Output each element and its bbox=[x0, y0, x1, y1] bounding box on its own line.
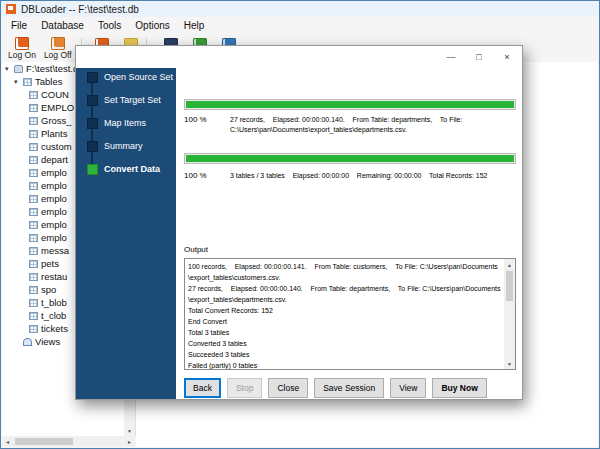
table-progress-detail: 27 records, Elapsed: 00:00:00.140. From … bbox=[230, 115, 512, 135]
step-label: Map Items bbox=[104, 118, 146, 128]
table-name: messa bbox=[41, 245, 69, 256]
table-icon bbox=[29, 143, 38, 151]
table-name: custom bbox=[41, 141, 72, 152]
scroll-down-icon[interactable]: ▼ bbox=[504, 358, 515, 369]
table-name: EMPLO bbox=[41, 102, 74, 113]
database-icon bbox=[14, 65, 23, 73]
log-on-icon bbox=[15, 37, 29, 50]
output-line: 100 records, Elapsed: 00:00:00.141. From… bbox=[188, 261, 501, 283]
step-marker-icon-current bbox=[87, 164, 98, 175]
menu-bar: File Database Tools Options Help bbox=[1, 17, 599, 34]
step-label: Summary bbox=[104, 141, 143, 151]
table-name: pets bbox=[41, 258, 59, 269]
expander-icon[interactable]: ▾ bbox=[5, 64, 14, 73]
log-on-button[interactable]: Log On bbox=[4, 36, 40, 61]
total-progress-info: 100 % 3 tables / 3 tables Elapsed: 00:00… bbox=[184, 171, 518, 181]
table-name: Plants bbox=[41, 128, 67, 139]
table-icon bbox=[29, 273, 38, 281]
table-icon bbox=[29, 312, 38, 320]
close-button[interactable]: Close bbox=[268, 378, 308, 398]
total-progress-detail: 3 tables / 3 tables Elapsed: 00:00:00 Re… bbox=[230, 171, 512, 181]
wizard-steps-panel: Open Source Set Set Target Set Map Items… bbox=[76, 68, 176, 399]
table-name: t_clob bbox=[41, 310, 66, 321]
total-progress-bar bbox=[184, 153, 516, 164]
table-name: COUN bbox=[41, 89, 69, 100]
log-on-label: Log On bbox=[8, 50, 36, 60]
table-name: spo bbox=[41, 284, 56, 295]
back-button[interactable]: Back bbox=[184, 378, 221, 398]
table-name: emplo bbox=[41, 180, 67, 191]
table-progress-info: 100 % 27 records, Elapsed: 00:00:00.140.… bbox=[184, 115, 518, 135]
output-log-box[interactable]: 100 records, Elapsed: 00:00:00.141. From… bbox=[184, 258, 516, 370]
table-progress-bar bbox=[184, 99, 516, 110]
table-icon bbox=[29, 234, 38, 242]
menu-options[interactable]: Options bbox=[128, 18, 176, 33]
scroll-right-icon[interactable]: ► bbox=[124, 436, 135, 447]
expander-icon[interactable]: ▾ bbox=[14, 77, 23, 86]
table-name: emplo bbox=[41, 167, 67, 178]
dialog-minimize-button[interactable]: — bbox=[437, 47, 465, 66]
table-icon bbox=[29, 208, 38, 216]
step-marker-icon bbox=[87, 141, 98, 152]
tables-folder-icon bbox=[23, 78, 32, 86]
table-name: emplo bbox=[41, 219, 67, 230]
table-icon bbox=[29, 286, 38, 294]
table-icon bbox=[29, 247, 38, 255]
menu-file[interactable]: File bbox=[4, 18, 34, 33]
stop-button[interactable]: Stop bbox=[227, 378, 263, 398]
total-progress-percent: 100 % bbox=[184, 171, 230, 181]
buy-now-button[interactable]: Buy Now bbox=[432, 378, 486, 398]
table-name: t_blob bbox=[41, 297, 67, 308]
log-off-button[interactable]: Log Off bbox=[40, 36, 76, 61]
table-name: emplo bbox=[41, 193, 67, 204]
save-session-button[interactable]: Save Session bbox=[314, 378, 384, 398]
menu-tools[interactable]: Tools bbox=[91, 18, 128, 33]
output-line: Failed (partly) 0 tables bbox=[188, 360, 501, 370]
wizard-step-summary: Summary bbox=[76, 139, 143, 153]
view-button[interactable]: View bbox=[390, 378, 426, 398]
menu-database[interactable]: Database bbox=[34, 18, 91, 33]
table-name: depart bbox=[41, 154, 68, 165]
table-name: Gross_ bbox=[41, 115, 72, 126]
scrollbar-thumb[interactable] bbox=[15, 438, 73, 445]
step-label: Set Target Set bbox=[104, 95, 161, 105]
dialog-close-button[interactable]: × bbox=[493, 47, 521, 66]
table-name: emplo bbox=[41, 206, 67, 217]
step-label: Open Source Set bbox=[104, 72, 173, 82]
views-icon bbox=[23, 338, 32, 346]
log-off-label: Log Off bbox=[44, 50, 72, 60]
log-off-icon bbox=[51, 37, 65, 50]
views-node-label: Views bbox=[35, 336, 60, 347]
table-icon bbox=[29, 169, 38, 177]
step-marker-icon bbox=[87, 95, 98, 106]
table-icon bbox=[29, 195, 38, 203]
wizard-step-open-source-set: Open Source Set bbox=[76, 70, 173, 84]
table-icon bbox=[29, 91, 38, 99]
table-icon bbox=[29, 104, 38, 112]
title-bar[interactable]: DBLoader -- F:\test\test.db bbox=[1, 1, 599, 17]
step-marker-icon bbox=[87, 72, 98, 83]
table-icon bbox=[29, 130, 38, 138]
scroll-up-icon[interactable]: ▲ bbox=[504, 259, 515, 270]
convert-data-dialog: — □ × Open Source Set Set Target Set Map… bbox=[75, 45, 523, 400]
table-progress-fill bbox=[186, 101, 514, 108]
output-label: Output bbox=[184, 245, 208, 254]
total-progress-fill bbox=[186, 155, 514, 162]
dialog-title-bar[interactable]: — □ × bbox=[76, 46, 522, 68]
menu-help[interactable]: Help bbox=[177, 18, 212, 33]
scroll-left-icon[interactable]: ◄ bbox=[2, 436, 13, 447]
table-icon bbox=[29, 117, 38, 125]
tables-node-label: Tables bbox=[35, 76, 62, 87]
dialog-maximize-button[interactable]: □ bbox=[465, 47, 493, 66]
wizard-step-map-items: Map Items bbox=[76, 116, 146, 130]
scrollbar-thumb[interactable] bbox=[506, 271, 513, 301]
wizard-step-convert-data: Convert Data bbox=[76, 162, 160, 176]
tree-horizontal-scrollbar[interactable]: ◄ ► bbox=[2, 436, 135, 447]
table-icon bbox=[29, 182, 38, 190]
output-line: Converted 3 tables bbox=[188, 338, 501, 349]
scroll-down-icon[interactable]: ▼ bbox=[124, 425, 135, 436]
output-line: Succeeded 3 tables bbox=[188, 349, 501, 360]
table-icon bbox=[29, 156, 38, 164]
output-scrollbar[interactable]: ▲ ▼ bbox=[504, 259, 515, 369]
table-name: tickets bbox=[41, 323, 68, 334]
